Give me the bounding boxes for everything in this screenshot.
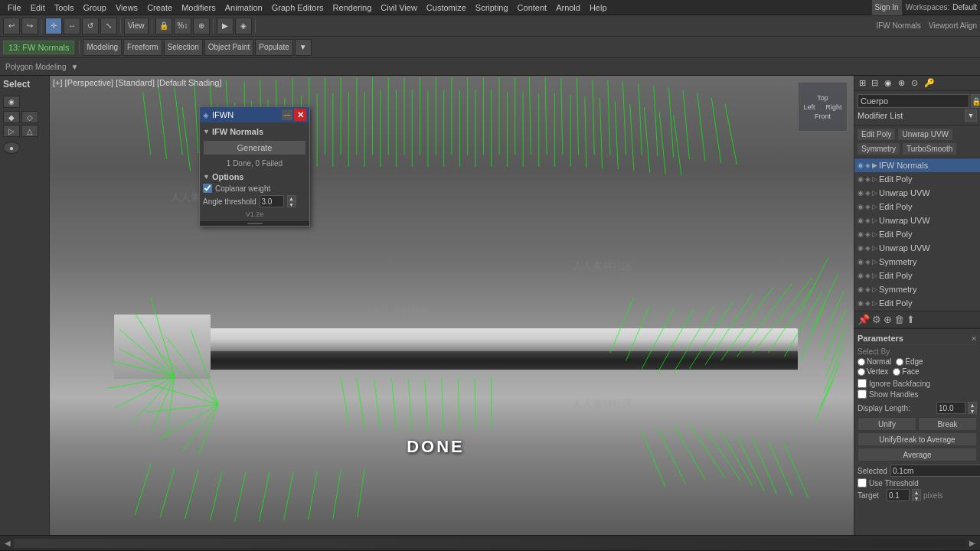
selected-input[interactable] (890, 465, 980, 477)
modifier-item-ifw-normals[interactable]: ◉ ◈ ▶ IFW Normals (854, 158, 980, 172)
timeline-scroll-right[interactable]: ▶ (968, 539, 977, 547)
ifw-close-button[interactable]: ✕ (294, 109, 306, 121)
edge-radio[interactable] (896, 358, 903, 366)
modifier-item-symmetry-1[interactable]: ◉ ◈ ▷ Symmetry (854, 255, 980, 269)
object-name-input[interactable] (858, 94, 969, 108)
menu-file[interactable]: File (3, 0, 26, 15)
move-button[interactable]: ↔ (64, 18, 80, 34)
menu-group[interactable]: Group (78, 0, 111, 15)
menu-animation[interactable]: Animation (220, 0, 267, 15)
sub-tool-1[interactable]: ◆ (3, 111, 20, 123)
normal-radio[interactable] (858, 358, 865, 366)
sub-tool-2[interactable]: ◇ (21, 111, 38, 123)
scale-button[interactable]: ⤡ (100, 18, 117, 34)
target-spin-down[interactable]: ▼ (912, 495, 921, 501)
snap-button[interactable]: 🔒 (155, 18, 172, 34)
modifier-list-dropdown[interactable]: ▼ (965, 109, 977, 122)
workflow-modeling[interactable]: Modeling (83, 39, 122, 56)
menu-create[interactable]: Create (142, 0, 177, 15)
target-input[interactable] (887, 489, 910, 501)
menu-modifiers[interactable]: Modifiers (177, 0, 220, 15)
lock-button[interactable]: 🔒 (971, 94, 980, 108)
unify-break-average-button[interactable]: UnifyBreak to Average (858, 432, 977, 446)
ignore-backfacing-checkbox[interactable] (858, 379, 867, 388)
coplanar-weight-checkbox[interactable] (203, 184, 212, 193)
display-length-input[interactable] (936, 402, 965, 414)
target-spin-up[interactable]: ▲ (912, 489, 921, 495)
workflow-freeform[interactable]: Freeform (123, 39, 162, 56)
workflow-object-paint[interactable]: Object Paint (204, 39, 253, 56)
sign-in-button[interactable]: Sign In (871, 0, 903, 16)
mod-action-up[interactable]: ⬆ (906, 314, 915, 325)
use-threshold-checkbox[interactable] (858, 478, 867, 487)
mod-action-delete[interactable]: 🗑 (894, 314, 904, 325)
modifier-item-edit-poly-4[interactable]: ◉ ◈ ▷ Edit Poly (854, 269, 980, 282)
ifw-minimize-button[interactable]: — (282, 109, 292, 120)
workflow-selection[interactable]: Selection (164, 39, 203, 56)
panel-icon-3[interactable]: ◉ (882, 77, 894, 89)
unify-button[interactable]: Unify (858, 417, 916, 431)
mod-action-pin[interactable]: 📌 (858, 314, 870, 325)
angle-threshold-input[interactable] (260, 195, 284, 207)
select-button[interactable]: ✛ (45, 18, 62, 34)
menu-help[interactable]: Help (585, 0, 612, 15)
transform-button[interactable]: ⊕ (193, 18, 210, 34)
panel-icon-2[interactable]: ⊟ (869, 77, 880, 89)
menu-edit[interactable]: Edit (26, 0, 50, 15)
timeline-track[interactable] (14, 539, 966, 548)
redo-button[interactable]: ↪ (21, 18, 38, 34)
angle-spin-down[interactable]: ▼ (287, 201, 296, 207)
panel-icon-5[interactable]: ⊙ (909, 77, 920, 89)
rotate-button[interactable]: ↺ (82, 18, 99, 34)
break-button[interactable]: Break (918, 417, 977, 431)
material-button[interactable]: ◈ (235, 18, 252, 34)
panel-icon-1[interactable]: ⊞ (858, 77, 867, 89)
menu-views[interactable]: Views (111, 0, 142, 15)
angle-spin-up[interactable]: ▲ (287, 195, 296, 201)
panel-icon-6[interactable]: 🔑 (922, 77, 937, 89)
show-handles-checkbox[interactable] (858, 390, 867, 399)
timeline-scroll-left[interactable]: ◀ (3, 539, 12, 547)
vertex-radio[interactable] (858, 368, 865, 376)
view-button[interactable]: View (124, 18, 149, 34)
viewport-area[interactable]: 人人素材社区 人人素材社区 人人素材社区 人人素材社区 人人素材社区 DONE … (50, 76, 854, 535)
modifier-item-unwrap-2[interactable]: ◉ ◈ ▷ Unwrap UVW (854, 214, 980, 227)
undo-button[interactable]: ↩ (3, 18, 20, 34)
face-radio[interactable] (893, 368, 900, 376)
scene-tool-1[interactable]: ◉ (3, 96, 20, 108)
modifier-item-unwrap-1[interactable]: ◉ ◈ ▷ Unwrap UVW (854, 186, 980, 200)
unwrap-uvw-button[interactable]: Unwrap UVW (897, 128, 953, 141)
modifier-item-symmetry-2[interactable]: ◉ ◈ ▷ Symmetry (854, 282, 980, 296)
menu-scripting[interactable]: Scripting (471, 0, 513, 15)
navigation-cube[interactable]: Top LeftRight Front (798, 82, 848, 132)
modifier-item-edit-poly-2[interactable]: ◉ ◈ ▷ Edit Poly (854, 200, 980, 214)
workflow-extra[interactable]: ▼ (295, 39, 312, 56)
render-button[interactable]: ▶ (217, 18, 234, 34)
percent-button[interactable]: %↕ (174, 18, 192, 34)
sub-tool-4[interactable]: △ (21, 125, 38, 137)
menu-graph-editors[interactable]: Graph Editors (267, 0, 328, 15)
turbosmooth-button[interactable]: TurboSmooth (902, 142, 957, 155)
menu-tools[interactable]: Tools (50, 0, 79, 15)
modifier-item-unwrap-3[interactable]: ◉ ◈ ▷ Unwrap UVW (854, 241, 980, 255)
mod-action-settings[interactable]: ⚙ (872, 314, 881, 325)
symmetry-button[interactable]: Symmetry (857, 142, 900, 155)
sub-tool-3[interactable]: ▷ (3, 125, 20, 137)
modifier-item-edit-poly-3[interactable]: ◉ ◈ ▷ Edit Poly (854, 227, 980, 241)
edit-poly-button[interactable]: Edit Poly (857, 128, 896, 141)
menu-customize[interactable]: Customize (422, 0, 471, 15)
menu-civil-view[interactable]: Civil View (376, 0, 421, 15)
display-length-down[interactable]: ▼ (968, 408, 977, 414)
panel-icon-4[interactable]: ⊕ (896, 77, 907, 89)
menu-arnold[interactable]: Arnold (551, 0, 585, 15)
modifier-item-edit-poly-5[interactable]: ◉ ◈ ▷ Edit Poly (854, 296, 980, 310)
menu-content[interactable]: Content (513, 0, 552, 15)
display-length-up[interactable]: ▲ (968, 402, 977, 408)
menu-rendering[interactable]: Rendering (328, 0, 377, 15)
dialog-resize-handle[interactable] (200, 221, 309, 226)
modifier-item-edit-poly-1[interactable]: ◉ ◈ ▷ Edit Poly (854, 172, 980, 186)
mod-action-copy[interactable]: ⊕ (884, 314, 892, 325)
sub-tool-5[interactable]: ● (3, 142, 20, 154)
average-button[interactable]: Average (858, 448, 977, 461)
workflow-populate[interactable]: Populate (255, 39, 292, 56)
